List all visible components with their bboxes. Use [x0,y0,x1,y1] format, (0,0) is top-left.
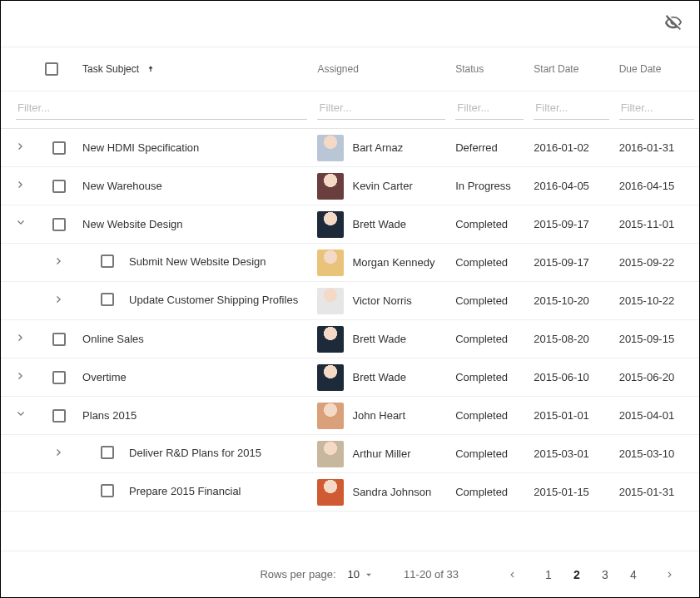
row-checkbox[interactable] [52,218,66,231]
cell-assigned: Bart Arnaz [312,129,450,167]
prev-page-button[interactable] [498,561,526,589]
header-start[interactable]: Start Date [529,47,613,91]
cell-due: 2016-04-15 [614,167,699,205]
expand-icon[interactable] [14,408,27,423]
cell-start: 2016-04-05 [529,167,613,205]
header-due[interactable]: Due Date [614,47,699,91]
header-assigned[interactable]: Assigned [312,47,450,91]
cell-assigned: Arthur Miller [312,435,450,473]
row-checkbox[interactable] [52,141,66,155]
cell-assigned-label: Brett Wade [352,218,406,230]
grid-body: New HDMI Specification Bart Arnaz Deferr… [1,129,699,512]
cell-due: 2015-09-15 [614,320,699,358]
cell-status: Completed [450,244,529,282]
expand-icon[interactable] [52,293,66,309]
cell-start: 2015-09-17 [529,205,613,244]
expand-icon[interactable] [14,369,27,385]
avatar [317,173,344,200]
table-row: Online Sales Brett Wade Completed2015-08… [1,320,699,358]
cell-status: Completed [450,473,529,512]
cell-status: Completed [450,205,529,244]
cell-subject-label: Deliver R&D Plans for 2015 [129,447,261,459]
row-checkbox[interactable] [52,180,66,193]
expand-icon[interactable] [52,255,66,270]
cell-start: 2015-08-20 [529,320,613,358]
table-row: Submit New Website Design Morgan Kennedy… [1,244,699,282]
cell-status: Completed [450,397,529,435]
expand-icon[interactable] [52,446,66,462]
table-row: Deliver R&D Plans for 2015 Arthur Miller… [1,435,699,473]
expand-icon[interactable] [14,140,27,156]
toolbar [1,1,699,47]
header-status[interactable]: Status [450,47,529,91]
filter-due-input[interactable] [619,96,694,120]
cell-status: Completed [450,282,529,320]
cell-assigned-label: Sandra Johnson [352,486,431,498]
page-button[interactable]: 3 [591,561,619,589]
row-checkbox[interactable] [101,293,114,306]
cell-due: 2015-06-20 [614,358,699,397]
visibility-off-icon[interactable] [664,13,683,34]
row-checkbox[interactable] [52,371,66,384]
cell-start: 2015-01-01 [529,397,613,435]
cell-assigned-label: Victor Norris [352,294,411,307]
avatar [317,135,344,161]
app-frame: Task Subject Assigned Status Start Date … [0,0,700,598]
tree-grid: Task Subject Assigned Status Start Date … [1,47,699,512]
avatar [317,250,344,276]
header-select-all[interactable] [40,47,77,91]
chevron-right-icon [664,569,676,581]
cell-start: 2016-01-02 [529,129,613,167]
avatar [317,288,344,314]
row-checkbox[interactable] [101,446,114,459]
cell-start: 2015-03-01 [529,435,613,473]
expand-icon[interactable] [14,216,27,232]
cell-subject-label: Prepare 2015 Financial [129,485,241,497]
header-subject[interactable]: Task Subject [77,47,312,91]
cell-assigned: John Heart [312,397,450,435]
cell-assigned-label: Brett Wade [352,371,406,383]
filter-assigned-input[interactable] [317,96,445,120]
row-checkbox[interactable] [52,409,66,423]
cell-start: 2015-01-15 [529,473,613,512]
table-row: Plans 2015 John Heart Completed2015-01-0… [1,397,699,435]
avatar [317,441,344,467]
cell-status: Deferred [450,129,529,167]
cell-assigned-label: Kevin Carter [352,180,412,192]
dropdown-icon [363,569,375,581]
expand-icon[interactable] [14,178,27,194]
cell-assigned: Brett Wade [312,320,450,358]
page-button[interactable]: 4 [619,561,648,589]
cell-status: Completed [450,320,529,358]
table-row: Update Customer Shipping Profiles Victor… [1,282,699,320]
page-button[interactable]: 2 [563,561,591,589]
cell-subject: Online Sales [77,320,312,358]
cell-assigned: Kevin Carter [312,167,450,205]
cell-assigned: Victor Norris [312,282,450,320]
avatar [317,479,344,506]
rows-per-page-select[interactable]: 10 [348,568,375,581]
rows-per-page-label: Rows per page: [260,568,335,581]
cell-assigned-label: Arthur Miller [352,447,410,460]
cell-assigned-label: Morgan Kennedy [352,256,434,269]
row-checkbox[interactable] [101,484,114,497]
sort-asc-icon [146,65,155,75]
filter-status-input[interactable] [455,96,524,120]
cell-assigned-label: Bart Arnaz [352,141,403,154]
cell-subject: Prepare 2015 Financial [77,473,312,512]
row-checkbox[interactable] [101,255,114,268]
pager: Rows per page: 10 11-20 of 33 1234 [1,551,699,597]
table-row: New Website Design Brett Wade Completed2… [1,205,699,244]
expand-icon[interactable] [14,331,27,347]
cell-subject: New HDMI Specification [77,129,312,167]
filter-start-input[interactable] [534,96,608,120]
row-checkbox[interactable] [52,333,66,346]
cell-due: 2015-10-22 [614,282,699,320]
cell-subject: Submit New Website Design [77,244,312,282]
page-button[interactable]: 1 [534,561,563,589]
next-page-button[interactable] [656,561,684,589]
cell-assigned-label: John Heart [352,409,405,422]
avatar [317,403,344,429]
filter-subject-input[interactable] [16,96,307,120]
cell-status: In Progress [450,167,529,205]
